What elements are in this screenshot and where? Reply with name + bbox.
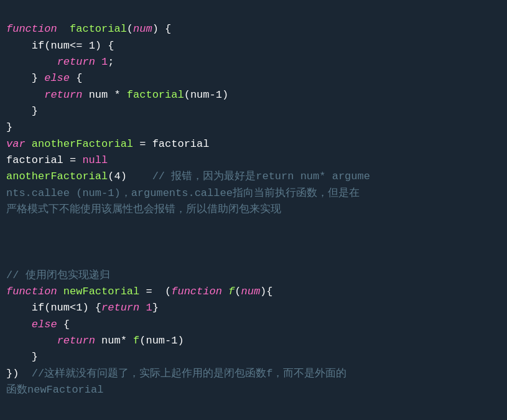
line-21: }) //这样就没有问题了，实际上起作用的是闭包函数f，而不是外面的 [6,368,347,380]
keyword-function-2: function [6,286,57,297]
inner-func-f: f [228,286,235,297]
var-newFactorial: newFactorial [63,286,139,297]
keyword-return-2: return [44,89,82,101]
comment-1: // 报错，因为最好是return num* argume [152,170,370,182]
param-num: num [133,23,152,35]
comment-end-1: //这样就没有问题了，实际上起作用的是闭包函数f，而不是外面的 [32,368,347,380]
line-20: } [6,351,38,363]
line-16: function newFactorial = (function f(num)… [6,286,273,297]
line-17: if(num<1) {return 1} [6,302,159,314]
line-1: function factorial(num) { [6,23,171,35]
comment-end-2: 函数newFactorial [6,384,103,396]
num-literal-1: 1 [101,56,108,68]
func-name-factorial: factorial [70,23,127,35]
keyword-return-4: return [57,335,95,347]
keyword-function: function [6,23,57,35]
comment-2: nts.callee (num-1)，arguments.callee指向当前执… [6,187,360,199]
comment-3: 严格模式下不能使用该属性也会报错，所以借助闭包来实现 [6,203,281,215]
null-literal: null [82,154,108,166]
line-12: 严格模式下不能使用该属性也会报错，所以借助闭包来实现 [6,203,281,215]
keyword-else-2: else [32,319,57,330]
line-19: return num* f(num-1) [6,335,184,347]
keyword-function-3: function [171,286,222,297]
num-literal-1-2: 1 [146,302,152,314]
keyword-else-1: else [44,72,70,84]
call-factorial: factorial [127,89,184,101]
line-11: nts.callee (num-1)，arguments.callee指向当前执… [6,187,360,199]
line-2: if(num<= 1) { [6,40,114,52]
var-anotherFactorial: anotherFactorial [32,138,133,150]
line-7: } [6,121,12,133]
line-3: return 1; [6,56,114,68]
keyword-return-1: return [57,56,95,68]
line-15: // 使用闭包实现递归 [6,269,110,281]
call-anotherFactorial: anotherFactorial [6,170,108,182]
line-5: return num * factorial(num-1) [6,89,228,101]
line-9: factorial = null [6,154,108,166]
code-editor: function factorial(num) { if(num<= 1) { … [6,5,501,398]
param-num-2: num [241,286,261,297]
line-8: var anotherFactorial = factorial [6,138,209,150]
line-18: else { [6,319,70,330]
line-6: } [6,105,38,117]
call-f: f [133,335,139,347]
keyword-var: var [6,138,26,150]
comment-closure: // 使用闭包实现递归 [6,269,110,281]
keyword-return-3: return [101,302,139,314]
line-10: anotherFactorial(4) // 报错，因为最好是return nu… [6,170,370,182]
line-22: 函数newFactorial [6,384,103,396]
line-4: } else { [6,72,82,84]
